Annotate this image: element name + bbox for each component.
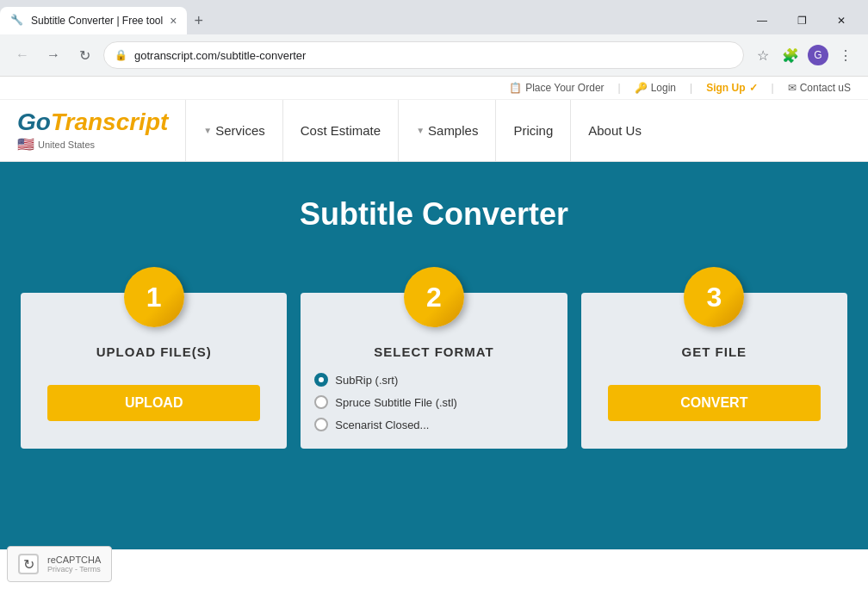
nav-samples[interactable]: ▼ Samples: [398, 100, 495, 161]
step-2-label: SELECT FORMAT: [374, 344, 493, 359]
place-order-label: Place Your Order: [525, 82, 604, 94]
arrow-icon-2: ▼: [416, 126, 425, 135]
nav-services-label: Services: [215, 123, 265, 138]
scenarist-label: Scenarist Closed...: [335, 418, 429, 431]
address-actions: ☆ 🧩 G ⋮: [751, 43, 858, 67]
nav-pricing[interactable]: Pricing: [495, 100, 570, 161]
step-3-card: 3 GET FILE CONVERT: [581, 293, 847, 449]
stl-label: Spruce Subtitle File (.stl): [335, 396, 457, 409]
tab-favicon: 🔧: [10, 14, 24, 28]
contact-label: Contact uS: [800, 82, 851, 94]
radio-subrip-selected: [314, 373, 328, 387]
captcha-widget: ↻ reCAPTCHA Privacy - Terms: [7, 546, 112, 582]
nav-samples-label: Samples: [428, 123, 478, 138]
convert-button[interactable]: CONVERT: [608, 385, 821, 421]
step-2-number: 2: [404, 267, 464, 327]
place-order-link[interactable]: 📋 Place Your Order: [509, 82, 604, 94]
minimize-button[interactable]: —: [742, 7, 782, 34]
steps-row: 1 UPLOAD FILE(S) UPLOAD 2 SELECT FORMAT …: [21, 293, 847, 449]
site-header: 📋 Place Your Order | 🔑 Login | Sign Up ✓…: [0, 77, 868, 162]
new-tab-button[interactable]: +: [187, 9, 210, 34]
forward-button[interactable]: →: [41, 43, 65, 67]
nav-about-label: About Us: [588, 123, 642, 138]
captcha-label: reCAPTCHA Privacy - Terms: [47, 555, 101, 574]
main-nav: ▼ Services Cost Estimate ▼ Samples Prici…: [185, 100, 868, 161]
radio-stl: [314, 395, 328, 409]
menu-icon[interactable]: ⋮: [834, 43, 858, 67]
step-1-label: UPLOAD FILE(S): [96, 344, 212, 359]
tab-title: Subtitle Converter | Free tool: [31, 15, 163, 27]
bookmark-icon[interactable]: ☆: [751, 43, 775, 67]
back-button[interactable]: ←: [10, 43, 34, 67]
maximize-button[interactable]: ❐: [782, 7, 822, 34]
top-bar: 📋 Place Your Order | 🔑 Login | Sign Up ✓…: [0, 77, 868, 100]
account-icon[interactable]: G: [806, 43, 830, 67]
lock-icon: 🔒: [115, 49, 127, 61]
login-link[interactable]: 🔑 Login: [635, 82, 676, 94]
mail-icon: ✉: [788, 82, 797, 94]
nav-cost-label: Cost Estimate: [301, 123, 381, 138]
logo-country: United States: [38, 140, 95, 150]
arrow-icon: ▼: [203, 126, 212, 135]
signup-label: Sign Up: [706, 82, 745, 94]
nav-about[interactable]: About Us: [570, 100, 659, 161]
divider-3: |: [772, 82, 774, 94]
check-icon: ✓: [749, 82, 758, 94]
step-1-number: 1: [124, 267, 184, 327]
step-3-number: 3: [684, 267, 744, 327]
tab-close-button[interactable]: ×: [170, 14, 177, 28]
nav-pricing-label: Pricing: [513, 123, 553, 138]
logo[interactable]: GoTranscript 🇺🇸 United States: [0, 100, 185, 161]
format-options: SubRip (.srt) Spruce Subtitle File (.stl…: [301, 373, 567, 431]
page-title: Subtitle Converter: [300, 196, 568, 232]
login-label: Login: [651, 82, 676, 94]
steps-container: 1 UPLOAD FILE(S) UPLOAD 2 SELECT FORMAT …: [21, 258, 847, 449]
signup-link[interactable]: Sign Up ✓: [706, 82, 757, 94]
url-text: gotranscript.com/subtitle-converter: [134, 49, 733, 62]
nav-cost-estimate[interactable]: Cost Estimate: [282, 100, 398, 161]
format-scenarist[interactable]: Scenarist Closed...: [314, 418, 553, 431]
nav-services[interactable]: ▼ Services: [185, 100, 282, 161]
profile-avatar: G: [808, 45, 828, 65]
browser-tab[interactable]: 🔧 Subtitle Converter | Free tool ×: [0, 7, 187, 34]
format-subrip[interactable]: SubRip (.srt): [314, 373, 553, 387]
step-1-card: 1 UPLOAD FILE(S) UPLOAD: [21, 293, 287, 449]
upload-button[interactable]: UPLOAD: [47, 385, 260, 421]
captcha-checkbox[interactable]: ↻: [18, 554, 39, 574]
key-icon: 🔑: [635, 82, 648, 94]
radio-scenarist: [314, 418, 328, 431]
close-button[interactable]: ✕: [822, 7, 861, 34]
nav-bar: GoTranscript 🇺🇸 United States ▼ Services…: [0, 100, 868, 161]
step-3-label: GET FILE: [682, 344, 747, 359]
divider-1: |: [618, 82, 621, 94]
divider-2: |: [690, 82, 692, 94]
order-icon: 📋: [509, 82, 522, 94]
window-controls: — ❐ ✕: [742, 7, 868, 34]
address-bar: ← → ↻ 🔒 gotranscript.com/subtitle-conver…: [0, 34, 868, 76]
extensions-icon[interactable]: 🧩: [778, 43, 803, 67]
contact-link[interactable]: ✉ Contact uS: [788, 82, 851, 94]
step-2-card: 2 SELECT FORMAT SubRip (.srt) Spruce Sub…: [301, 293, 567, 449]
url-bar[interactable]: 🔒 gotranscript.com/subtitle-converter: [103, 41, 744, 69]
main-content: Subtitle Converter 1 UPLOAD FILE(S) UPLO…: [0, 162, 868, 549]
format-stl[interactable]: Spruce Subtitle File (.stl): [314, 395, 553, 409]
logo-flag: 🇺🇸: [17, 136, 34, 152]
refresh-button[interactable]: ↻: [72, 43, 96, 67]
captcha-refresh-icon: ↻: [23, 556, 34, 573]
subrip-label: SubRip (.srt): [335, 374, 398, 387]
